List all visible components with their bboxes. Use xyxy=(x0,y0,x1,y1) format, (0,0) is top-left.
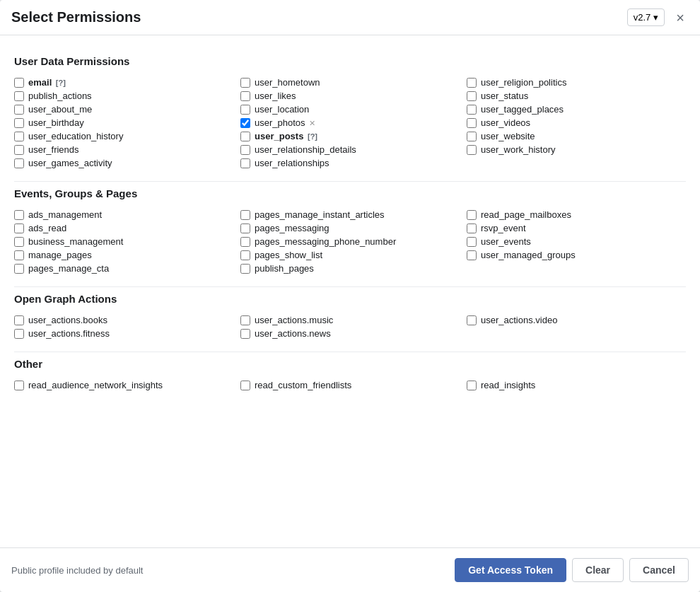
checkbox-user-events[interactable] xyxy=(467,237,477,247)
label-user-managed-groups[interactable]: user_managed_groups xyxy=(481,250,576,260)
label-user-relationship-details[interactable]: user_relationship_details xyxy=(255,144,356,155)
checkbox-pages-messaging[interactable] xyxy=(240,224,250,233)
checkbox-user-actions-news[interactable] xyxy=(240,329,250,339)
header-right: v2.7 ▾ × xyxy=(627,8,689,26)
label-email[interactable]: email [?] xyxy=(28,77,66,88)
label-pages-manage-cta[interactable]: pages_manage_cta xyxy=(28,263,109,274)
user-data-grid: email [?] publish_actions user_about_me … xyxy=(14,76,686,170)
footer-note: Public profile included by default xyxy=(11,565,143,576)
label-read-insights[interactable]: read_insights xyxy=(481,380,535,390)
version-select[interactable]: v2.7 ▾ xyxy=(627,8,665,26)
checkbox-user-location[interactable] xyxy=(240,105,250,115)
checkbox-ads-management[interactable] xyxy=(14,210,24,220)
checkbox-pages-show-list[interactable] xyxy=(240,250,250,260)
remove-user-photos[interactable]: ✕ xyxy=(309,119,315,127)
label-user-actions-music[interactable]: user_actions.music xyxy=(255,315,333,325)
checkbox-user-posts[interactable] xyxy=(240,132,250,141)
checkbox-user-relationships[interactable] xyxy=(240,158,250,168)
checkbox-pages-manage-instant-articles[interactable] xyxy=(240,210,250,220)
label-read-audience-network-insights[interactable]: read_audience_network_insights xyxy=(28,380,163,390)
checkbox-user-about-me[interactable] xyxy=(14,105,24,115)
checkbox-user-likes[interactable] xyxy=(240,91,250,101)
perm-user-work-history: user_work_history xyxy=(467,143,686,156)
checkbox-read-custom-friendlists[interactable] xyxy=(240,381,250,390)
label-user-religion-politics[interactable]: user_religion_politics xyxy=(481,77,566,88)
checkbox-user-hometown[interactable] xyxy=(240,78,250,88)
checkbox-user-religion-politics[interactable] xyxy=(467,78,477,88)
checkbox-email[interactable] xyxy=(14,78,24,88)
label-user-actions-video[interactable]: user_actions.video xyxy=(481,315,557,325)
checkbox-pages-messaging-phone-number[interactable] xyxy=(240,237,250,247)
label-user-posts[interactable]: user_posts [?] xyxy=(255,131,317,141)
checkbox-ads-read[interactable] xyxy=(14,224,24,233)
checkbox-user-games-activity[interactable] xyxy=(14,158,24,168)
checkbox-user-birthday[interactable] xyxy=(14,118,24,128)
label-pages-manage-instant-articles[interactable]: pages_manage_instant_articles xyxy=(255,209,385,220)
label-user-events[interactable]: user_events xyxy=(481,236,531,247)
cancel-button[interactable]: Cancel xyxy=(629,558,689,582)
label-user-status[interactable]: user_status xyxy=(481,91,528,101)
label-user-actions-news[interactable]: user_actions.news xyxy=(255,328,331,339)
label-user-friends[interactable]: user_friends xyxy=(28,144,79,155)
checkbox-rsvp-event[interactable] xyxy=(467,224,477,233)
label-user-location[interactable]: user_location xyxy=(255,104,309,115)
label-pages-messaging[interactable]: pages_messaging xyxy=(255,223,329,233)
checkbox-user-relationship-details[interactable] xyxy=(240,145,250,155)
label-pages-show-list[interactable]: pages_show_list xyxy=(255,250,322,260)
divider-2 xyxy=(14,286,686,287)
label-user-likes[interactable]: user_likes xyxy=(255,91,296,101)
label-user-relationships[interactable]: user_relationships xyxy=(255,158,329,168)
section-open-graph: Open Graph Actions user_actions.books us… xyxy=(14,293,686,340)
label-user-education-history[interactable]: user_education_history xyxy=(28,131,123,141)
checkbox-manage-pages[interactable] xyxy=(14,250,24,260)
checkbox-user-actions-books[interactable] xyxy=(14,315,24,325)
checkbox-user-actions-fitness[interactable] xyxy=(14,329,24,339)
checkbox-publish-pages[interactable] xyxy=(240,264,250,274)
checkbox-user-managed-groups[interactable] xyxy=(467,250,477,260)
events-col-3: read_page_mailboxes rsvp_event user_even… xyxy=(467,208,686,275)
label-user-videos[interactable]: user_videos xyxy=(481,117,530,128)
label-publish-actions[interactable]: publish_actions xyxy=(28,91,92,101)
label-ads-management[interactable]: ads_management xyxy=(28,209,102,220)
checkbox-user-actions-music[interactable] xyxy=(240,315,250,325)
perm-user-actions-music: user_actions.music xyxy=(240,313,460,327)
checkbox-user-actions-video[interactable] xyxy=(467,315,477,325)
label-user-work-history[interactable]: user_work_history xyxy=(481,144,556,155)
label-ads-read[interactable]: ads_read xyxy=(28,223,66,233)
label-rsvp-event[interactable]: rsvp_event xyxy=(481,223,526,233)
label-user-actions-books[interactable]: user_actions.books xyxy=(28,315,107,325)
checkbox-user-website[interactable] xyxy=(467,132,477,141)
clear-button[interactable]: Clear xyxy=(572,558,624,582)
checkbox-user-education-history[interactable] xyxy=(14,132,24,141)
get-access-token-button[interactable]: Get Access Token xyxy=(455,558,566,582)
events-col-1: ads_management ads_read business_managem… xyxy=(14,208,233,275)
checkbox-user-work-history[interactable] xyxy=(467,145,477,155)
checkbox-read-insights[interactable] xyxy=(467,381,477,390)
close-button[interactable]: × xyxy=(672,9,689,26)
label-business-management[interactable]: business_management xyxy=(28,236,123,247)
checkbox-user-friends[interactable] xyxy=(14,145,24,155)
label-read-page-mailboxes[interactable]: read_page_mailboxes xyxy=(481,209,571,220)
checkbox-publish-actions[interactable] xyxy=(14,91,24,101)
label-user-games-activity[interactable]: user_games_activity xyxy=(28,158,112,168)
perm-user-website: user_website xyxy=(467,129,686,143)
label-read-custom-friendlists[interactable]: read_custom_friendlists xyxy=(255,380,351,390)
label-user-birthday[interactable]: user_birthday xyxy=(28,117,84,128)
label-manage-pages[interactable]: manage_pages xyxy=(28,250,92,260)
label-user-photos[interactable]: user_photos ✕ xyxy=(255,117,315,128)
checkbox-read-page-mailboxes[interactable] xyxy=(467,210,477,220)
label-user-website[interactable]: user_website xyxy=(481,131,535,141)
checkbox-user-photos[interactable] xyxy=(240,118,250,128)
checkbox-read-audience-network-insights[interactable] xyxy=(14,381,24,390)
checkbox-user-tagged-places[interactable] xyxy=(467,105,477,115)
label-user-tagged-places[interactable]: user_tagged_places xyxy=(481,104,564,115)
label-pages-messaging-phone-number[interactable]: pages_messaging_phone_number xyxy=(255,236,396,247)
checkbox-user-videos[interactable] xyxy=(467,118,477,128)
label-user-about-me[interactable]: user_about_me xyxy=(28,104,92,115)
label-publish-pages[interactable]: publish_pages xyxy=(255,263,314,274)
label-user-actions-fitness[interactable]: user_actions.fitness xyxy=(28,328,110,339)
checkbox-business-management[interactable] xyxy=(14,237,24,247)
checkbox-user-status[interactable] xyxy=(467,91,477,101)
label-user-hometown[interactable]: user_hometown xyxy=(255,77,320,88)
checkbox-pages-manage-cta[interactable] xyxy=(14,264,24,274)
